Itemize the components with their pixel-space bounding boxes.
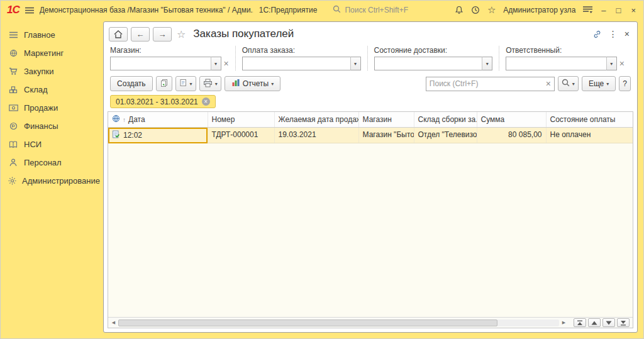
data-exchange-globe-icon [112,114,120,125]
period-filter-chip[interactable]: 01.03.2021 - 31.03.2021 × [110,95,216,108]
cell-date-current[interactable]: 12:02 [108,128,208,143]
scrollbar-track[interactable] [118,320,559,326]
main-menu-icon[interactable] [25,7,34,14]
next-row-button[interactable] [602,318,615,327]
period-filter-label: 01.03.2021 - 31.03.2021 [116,97,198,106]
global-search-input[interactable] [345,6,449,14]
create-by-copy-button[interactable] [156,76,172,91]
cell-sum[interactable]: 80 085,00 [477,128,546,143]
sidebar-item-sales[interactable]: Продажи [1,99,103,117]
delivery-filter-input[interactable] [374,57,483,70]
panel-settings-icon[interactable] [583,6,592,14]
store-filter-input[interactable] [110,57,211,70]
sidebar-item-administration[interactable]: Администрирование [1,172,103,190]
close-window-button[interactable]: × [630,6,637,15]
titlebar-right: ☆ Администратор узла – □ × [455,4,637,16]
sidebar-item-personnel[interactable]: Персонал [1,153,103,172]
global-search[interactable] [333,5,449,15]
back-button[interactable]: ← [131,27,150,42]
app-name: 1С:Предприятие [259,6,318,14]
clear-responsible-filter-icon[interactable]: × [619,59,625,68]
responsible-filter-input[interactable] [506,57,607,70]
chevron-down-icon[interactable]: ▾ [606,57,617,70]
go-to-last-row-button[interactable] [617,318,630,327]
chevron-down-icon: ▾ [215,81,218,87]
sidebar-item-main[interactable]: Главное [1,26,103,44]
cell-desired-date[interactable]: 19.03.2021 [274,128,358,143]
home-button[interactable] [109,27,128,42]
orders-list-panel: ← → ☆ Заказы покупателей ⋮ × Магазин: ▾ … [103,21,638,333]
column-header-date[interactable]: ↑ Дата [108,112,208,128]
more-button[interactable]: Еще ▾ [582,76,616,91]
sidebar-item-finance[interactable]: Финансы [1,117,103,135]
get-link-icon[interactable] [592,30,602,39]
sidebar-item-purchases[interactable]: Закупки [1,62,103,81]
close-tab-icon[interactable]: × [625,29,630,39]
chevron-down-icon: ▾ [572,81,575,87]
clear-store-filter-icon[interactable]: × [224,59,229,68]
sidebar-item-label: Маркетинг [24,48,64,58]
sidebar-item-label: Персонал [24,158,62,167]
panel-header: ← → ☆ Заказы покупателей ⋮ × [104,22,637,46]
column-header-sum[interactable]: Сумма [477,112,546,128]
horizontal-scrollbar[interactable]: ◀ ▶ [110,319,567,327]
help-button[interactable]: ? [619,76,631,91]
favorites-star-icon[interactable]: ☆ [487,4,496,16]
scroll-right-icon[interactable]: ▶ [560,320,567,325]
history-clock-icon[interactable] [471,6,480,14]
app-window: 1С Демонстрационная база /Магазин "Бытов… [0,0,644,339]
chevron-down-icon[interactable]: ▾ [350,57,361,70]
boxes-icon [8,86,18,94]
go-to-first-row-button[interactable] [574,318,586,327]
sidebar-item-label: НСИ [24,140,42,149]
sidebar-item-marketing[interactable]: Маркетинг [1,44,103,62]
add-to-favorites-star-icon[interactable]: ☆ [177,28,186,40]
bar-chart-icon [231,79,240,89]
reports-button[interactable]: Отчеты ▾ [225,76,281,91]
filter-delivery: Состояние доставки: ▾ [367,46,499,70]
previous-row-button[interactable] [588,318,601,327]
list-search-input[interactable] [430,79,543,88]
filter-store: Магазин: ▾ × [110,46,235,70]
chevron-down-icon[interactable]: ▾ [482,57,492,70]
maximize-button[interactable]: □ [615,6,623,15]
scrollbar-thumb[interactable] [118,320,497,326]
remove-period-filter-icon[interactable]: × [202,97,210,106]
search-icon [333,5,341,15]
sidebar-item-warehouse[interactable]: Склад [1,81,103,99]
create-button[interactable]: Создать [110,76,153,91]
minimize-button[interactable]: – [600,6,607,15]
column-header-number[interactable]: Номер [208,112,274,128]
filter-delivery-label: Состояние доставки: [374,46,493,55]
filter-responsible-label: Ответственный: [506,46,625,55]
scroll-left-icon[interactable]: ◀ [110,320,117,325]
clear-search-icon[interactable]: × [546,79,551,88]
payment-filter-input[interactable] [242,57,351,70]
print-button[interactable]: ▾ [199,76,221,91]
list-footer: ◀ ▶ [108,317,633,328]
search-options-button[interactable]: ▾ [558,76,579,91]
column-header-payment-state[interactable]: Состояние оплаты [546,112,633,128]
column-header-warehouse[interactable]: Склад сборки за... [414,112,477,128]
order-date: 12:02 [123,131,142,140]
column-header-desired-date[interactable]: Желаемая дата продажи [274,112,358,128]
sidebar-item-nsi[interactable]: НСИ [1,135,103,153]
table-row[interactable]: 12:02 ТДРТ-000001 19.03.2021 Магазин "Бы… [108,128,633,143]
sidebar-item-label: Склад [24,85,48,94]
cell-store[interactable]: Магазин "Бытовая ... [358,128,414,143]
cell-payment-state[interactable]: Не оплачен [546,128,633,143]
coin-icon [8,122,18,130]
column-header-store[interactable]: Магазин [358,112,414,128]
cell-warehouse[interactable]: Отдел "Телевизоры" [414,128,477,143]
kebab-menu-icon[interactable]: ⋮ [609,29,618,39]
list-empty-area[interactable] [108,143,633,317]
list-search-box[interactable]: × [426,77,555,91]
notifications-bell-icon[interactable] [455,6,464,14]
documents-menu-button[interactable]: ▾ [175,76,196,91]
forward-button[interactable]: → [153,27,172,42]
user-name[interactable]: Администратор узла [503,6,575,14]
cell-number[interactable]: ТДРТ-000001 [208,128,274,143]
banknote-icon [8,104,18,111]
window-title: Демонстрационная база /Магазин "Бытовая … [40,6,253,14]
chevron-down-icon[interactable]: ▾ [211,57,221,70]
